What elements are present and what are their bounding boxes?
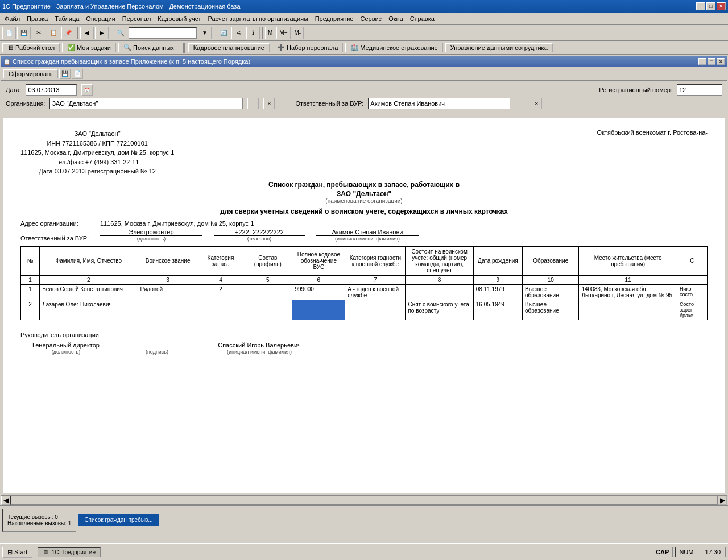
save-btn[interactable]: 💾	[17, 27, 31, 39]
menu-edit[interactable]: Правка	[23, 14, 51, 23]
doc-icon: 📋	[3, 59, 10, 65]
search-input[interactable]	[129, 27, 197, 39]
copy-btn[interactable]: 📋	[47, 27, 60, 39]
doc-title-buttons[interactable]: _ □ ✕	[698, 58, 725, 65]
toolbar-btn-m2[interactable]: M+	[276, 27, 290, 39]
menu-salary[interactable]: Расчет зарплаты по организациям	[204, 14, 311, 23]
start-button[interactable]: ⊞ Start	[2, 547, 32, 558]
date-row: Дата: 📅 Регистрационный номер:	[6, 84, 722, 96]
col-fio-header: Фамилия, Имя, Отчество	[40, 246, 138, 275]
sep4	[262, 27, 263, 39]
responsible-clear-btn[interactable]: ✕	[531, 98, 542, 109]
menu-personnel[interactable]: Персонал	[119, 14, 155, 23]
new-btn[interactable]: 📄	[2, 27, 16, 39]
menu-table[interactable]: Таблица	[51, 14, 82, 23]
print-btn[interactable]: 🖨	[231, 27, 245, 39]
doc-minimize-btn[interactable]: _	[698, 58, 706, 65]
num-indicator: NUM	[675, 547, 697, 557]
title-bar-buttons[interactable]: _ □ ✕	[696, 2, 726, 10]
doc-paper: ЗАО "Дельтаон" ИНН 7721165386 / КПП 7721…	[3, 118, 725, 366]
menu-service[interactable]: Сервис	[357, 14, 385, 23]
phone-value: +222, 222222222	[235, 229, 284, 235]
menu-file[interactable]: Файл	[1, 14, 23, 23]
menu-windows[interactable]: Окна	[385, 14, 407, 23]
col-num-8: 8	[406, 275, 473, 284]
phone-block: +222, 222222222 (телефон)	[214, 229, 305, 242]
doc-content[interactable]: ЗАО "Дельтаон" ИНН 7721165386 / КПП 7721…	[3, 118, 725, 493]
doc-title-bar: 📋 Список граждан пребывающих в запасе Пр…	[1, 56, 727, 67]
position-block: Электромонтер (должность)	[100, 229, 202, 242]
position-value: Электромонтер	[129, 229, 173, 235]
save-icon-btn[interactable]: 💾	[59, 69, 71, 79]
plus-icon: ➕	[277, 44, 285, 51]
responsible-label2: Ответственный за ВУР:	[20, 235, 100, 242]
refresh-btn[interactable]: 🔄	[217, 27, 230, 39]
forward-btn[interactable]: ▶	[95, 27, 109, 39]
responsible-label: Ответственный за ВУР:	[295, 100, 363, 107]
quickbar-hr-planning[interactable]: Кадровое планирование	[188, 43, 270, 52]
col-address-header: Место жительства (место пребывания)	[579, 246, 677, 275]
reg-num-input[interactable]	[677, 84, 722, 96]
footer-sign-block: (подпись)	[123, 342, 191, 355]
date-label: Дата:	[6, 86, 21, 93]
col-num-5: 5	[243, 275, 292, 284]
quickbar-tasks[interactable]: ✅ Мои задачи	[62, 43, 116, 52]
cut-btn[interactable]: ✂	[32, 27, 46, 39]
menu-operations[interactable]: Операции	[82, 14, 118, 23]
menu-enterprise[interactable]: Предприятие	[312, 14, 357, 23]
toolbar-btn-m[interactable]: M	[265, 27, 275, 39]
scroll-right-btn[interactable]: ▶	[718, 496, 727, 505]
scroll-track-h[interactable]	[10, 496, 718, 505]
doc-restore-btn[interactable]: □	[708, 58, 715, 65]
col-num-10: 10	[522, 275, 578, 284]
back-btn[interactable]: ◀	[80, 27, 94, 39]
info-btn[interactable]: ℹ	[246, 27, 260, 39]
toolbar-btn-m3[interactable]: M-	[292, 27, 304, 39]
cell-dob-2: 16.05.1949	[473, 300, 522, 320]
quickbar-employee-data[interactable]: Управление данными сотрудника	[445, 43, 553, 52]
quickbar-desktop[interactable]: 🖥 Рабочий стол	[2, 43, 60, 52]
paste-btn[interactable]: 📌	[61, 27, 75, 39]
search-go-btn[interactable]: ▼	[198, 27, 212, 39]
taskbar-item-1[interactable]: 🖥 1С:Предприятие	[38, 547, 101, 557]
cell-edu-1: Высшее образование	[522, 284, 578, 300]
table-row[interactable]: 2 Лазарев Олег Николаевич Снят с воинско…	[21, 300, 708, 320]
app-title: 1С:Предприятие - Зарплата и Управление П…	[2, 3, 696, 10]
document-tab[interactable]: Список граждан пребыв...	[78, 514, 158, 526]
cell-fitness-1: А - годен к военной службе	[345, 284, 406, 300]
form-toolbar: Сформировать 💾 📄	[1, 67, 727, 81]
responsible-select-btn[interactable]: ...	[515, 98, 526, 109]
print-icon-btn[interactable]: 📄	[72, 69, 83, 79]
build-button[interactable]: Сформировать	[3, 69, 58, 78]
responsible-input[interactable]	[368, 98, 510, 109]
sep2	[111, 27, 111, 39]
org-clear-btn[interactable]: ✕	[263, 98, 275, 109]
org-input[interactable]	[49, 98, 243, 109]
close-button[interactable]: ✕	[717, 2, 726, 10]
responsible-name: Акимов Степан Иванови	[332, 229, 403, 235]
date-input[interactable]	[26, 84, 77, 96]
col-cat-header: Категория запаса	[198, 246, 243, 275]
h-scrollbar[interactable]: ◀ ▶	[1, 495, 727, 504]
menu-help[interactable]: Справка	[407, 14, 438, 23]
scroll-left-btn[interactable]: ◀	[1, 496, 10, 505]
form-fields: Дата: 📅 Регистрационный номер: Организац…	[1, 81, 727, 115]
org-select-btn[interactable]: ...	[247, 98, 259, 109]
cell-addr-2	[579, 300, 677, 320]
desktop-icon: 🖥	[7, 44, 14, 51]
search-btn[interactable]: 🔍	[114, 27, 127, 39]
cell-dob-1: 08.11.1979	[473, 284, 522, 300]
cell-addr-1: 140083, Московская обл, Лыткарино г, Лес…	[579, 284, 677, 300]
medical-icon: 🏥	[350, 44, 358, 51]
quickbar-recruiting[interactable]: ➕ Набор персонала	[272, 43, 343, 52]
date-picker-btn[interactable]: 📅	[81, 84, 93, 96]
desktop-label: Рабочий стол	[15, 44, 55, 51]
minimize-button[interactable]: _	[696, 2, 705, 10]
cell-code-2-selected[interactable]	[292, 300, 345, 320]
quickbar-medical[interactable]: 🏥 Медицинское страхование	[345, 43, 442, 52]
maximize-button[interactable]: □	[706, 2, 715, 10]
menu-hr[interactable]: Кадровый учет	[154, 14, 204, 23]
quickbar-search[interactable]: 🔍 Поиск данных	[118, 43, 179, 52]
doc-close-btn[interactable]: ✕	[717, 58, 725, 65]
table-row[interactable]: 1 Белов Сергей Константинович Рядовой 2 …	[21, 284, 708, 300]
